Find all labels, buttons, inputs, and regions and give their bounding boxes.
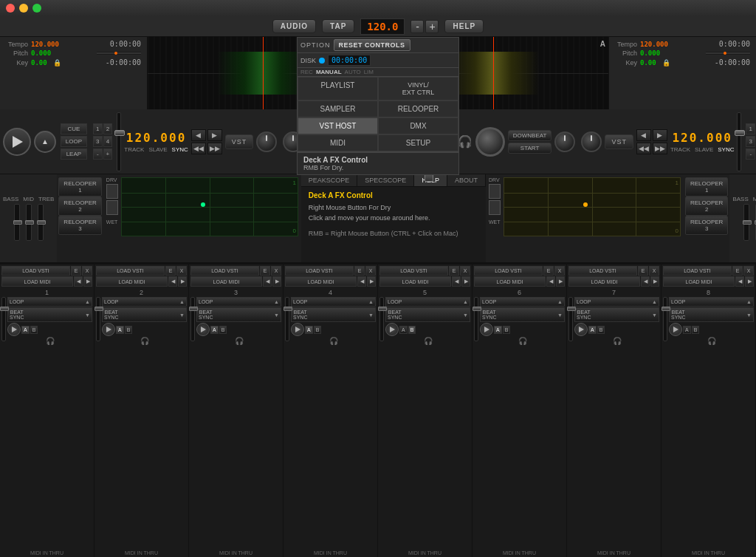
- num-minus-right[interactable]: -: [746, 148, 755, 160]
- nav-prev2-left[interactable]: ◀◀: [191, 143, 206, 154]
- num-plus-left[interactable]: +: [103, 148, 113, 160]
- ch-play-8[interactable]: [669, 323, 682, 336]
- num-1-right[interactable]: 1: [746, 123, 755, 134]
- tab-peakscope[interactable]: PEAKSCOPE: [301, 174, 358, 186]
- load-vsti-5[interactable]: LOAD VSTI: [379, 266, 448, 276]
- nav-prev-right[interactable]: ◀: [636, 129, 651, 141]
- auto-label[interactable]: AUTO: [345, 69, 361, 75]
- eject-button-left[interactable]: ▲: [34, 131, 56, 153]
- ch-play-4[interactable]: [291, 323, 304, 336]
- eq-treb-fader-left[interactable]: [38, 204, 44, 241]
- track-label-right[interactable]: TRACK: [670, 146, 690, 153]
- num-3-left[interactable]: 3: [93, 136, 103, 147]
- load-vsti-4[interactable]: LOAD VSTI: [285, 266, 354, 276]
- eq-bass-fader-right[interactable]: [743, 204, 749, 241]
- ch-fader-2[interactable]: [96, 297, 100, 341]
- ch-b-btn-5[interactable]: B: [408, 326, 416, 334]
- relooper-3-left[interactable]: RELOOPER 3: [58, 216, 101, 235]
- ch-fader-3[interactable]: [190, 297, 195, 341]
- midi-arrow-right-4[interactable]: ▶: [367, 276, 376, 287]
- relooper-1-right[interactable]: RELOOPER 1: [685, 177, 728, 197]
- midi-arrow-right-1[interactable]: ▶: [83, 276, 92, 287]
- ch-play-7[interactable]: [574, 323, 588, 336]
- beat-sync-btn-8[interactable]: BEATSYNC▼: [669, 307, 754, 322]
- track-label-left[interactable]: TRACK: [124, 146, 144, 153]
- slave-label-left[interactable]: SLAVE: [148, 146, 167, 153]
- ch-play-3[interactable]: [196, 323, 210, 336]
- close-button[interactable]: [6, 4, 15, 13]
- ch-a-btn-4[interactable]: A: [305, 326, 313, 334]
- beat-sync-btn-4[interactable]: BEATSYNC▼: [291, 307, 376, 322]
- menu-vst-host[interactable]: VST HOST: [298, 117, 378, 134]
- ch-b-btn-3[interactable]: B: [219, 326, 227, 334]
- nav-next-left[interactable]: ▶: [207, 129, 222, 141]
- relooper-3-right[interactable]: RELOOPER 3: [685, 216, 728, 235]
- e-btn-3[interactable]: E: [260, 266, 270, 276]
- ch-fader-4[interactable]: [285, 297, 289, 341]
- x-btn-8[interactable]: X: [743, 266, 754, 276]
- load-vsti-6[interactable]: LOAD VSTI: [474, 266, 543, 276]
- e-btn-4[interactable]: E: [354, 266, 365, 276]
- maximize-button[interactable]: [32, 4, 41, 13]
- midi-arrow-right-6[interactable]: ▶: [556, 276, 565, 287]
- midi-arrow-right-5[interactable]: ▶: [461, 276, 470, 287]
- ch-a-btn-3[interactable]: A: [210, 326, 219, 334]
- x-btn-1[interactable]: X: [82, 266, 92, 276]
- ch-fader-5[interactable]: [379, 297, 384, 341]
- ch-a-btn-1[interactable]: A: [21, 326, 30, 334]
- midi-arrow-right-7[interactable]: ▶: [650, 276, 659, 287]
- beat-sync-btn-6[interactable]: BEATSYNC▼: [480, 307, 565, 322]
- midi-arrow-left-7[interactable]: ◀: [641, 276, 650, 287]
- start-button-right[interactable]: START: [508, 143, 552, 154]
- ch-fader-7[interactable]: [568, 297, 573, 341]
- midi-arrow-right-8[interactable]: ▶: [745, 276, 754, 287]
- menu-vinyl-ext[interactable]: VINYL/EXT CTRL: [378, 77, 458, 100]
- ch-b-btn-2[interactable]: B: [125, 326, 133, 334]
- ch-fader-1[interactable]: [1, 297, 6, 341]
- pitch-fader-right[interactable]: [737, 112, 741, 171]
- midi-arrow-left-6[interactable]: ◀: [546, 276, 555, 287]
- ch-headphone-2[interactable]: 🎧: [102, 337, 187, 345]
- beat-sync-btn-5[interactable]: BEATSYNC▼: [385, 307, 470, 322]
- load-vsti-8[interactable]: LOAD VSTI: [663, 266, 732, 276]
- ch-a-btn-6[interactable]: A: [494, 326, 502, 334]
- relooper-2-right[interactable]: RELOOPER 2: [685, 197, 728, 216]
- load-midi-4[interactable]: LOAD MIDI: [285, 276, 357, 287]
- menu-dmx[interactable]: DMX: [378, 117, 458, 134]
- load-midi-8[interactable]: LOAD MIDI: [663, 276, 735, 287]
- e-btn-2[interactable]: E: [165, 266, 176, 276]
- headphone-icon-right[interactable]: 🎧: [458, 134, 472, 148]
- sync-label-left[interactable]: SYNC: [172, 146, 188, 153]
- num-2-left[interactable]: 2: [103, 123, 113, 134]
- knob-1-left[interactable]: [256, 131, 277, 152]
- ch-headphone-4[interactable]: 🎧: [291, 337, 376, 345]
- audio-button[interactable]: AUDIO: [272, 19, 316, 33]
- help-button[interactable]: HELP: [444, 19, 484, 33]
- ch-b-btn-7[interactable]: B: [597, 326, 605, 334]
- xy-scope-left[interactable]: 1 0: [121, 177, 298, 236]
- loop-btn-3[interactable]: LOOP▲: [196, 297, 281, 307]
- load-midi-2[interactable]: LOAD MIDI: [96, 276, 168, 287]
- load-midi-6[interactable]: LOAD MIDI: [474, 276, 546, 287]
- x-btn-7[interactable]: X: [649, 266, 659, 276]
- cue-button-left[interactable]: CUE: [61, 123, 87, 134]
- menu-sampler[interactable]: SAMPLER: [298, 100, 378, 117]
- ch-play-5[interactable]: [385, 323, 399, 336]
- manual-label[interactable]: MANUAL: [316, 69, 342, 75]
- e-btn-1[interactable]: E: [71, 266, 81, 276]
- num-3-right[interactable]: 3: [746, 136, 755, 147]
- ch-fader-8[interactable]: [663, 297, 667, 341]
- midi-arrow-left-3[interactable]: ◀: [263, 276, 272, 287]
- x-btn-2[interactable]: X: [176, 266, 187, 276]
- midi-arrow-right-2[interactable]: ▶: [178, 276, 187, 287]
- loop-btn-5[interactable]: LOOP▲: [385, 297, 470, 307]
- e-btn-5[interactable]: E: [449, 266, 459, 276]
- e-btn-7[interactable]: E: [638, 266, 648, 276]
- ch-headphone-7[interactable]: 🎧: [574, 337, 659, 345]
- eq-mid-fader-left[interactable]: [26, 204, 32, 241]
- nav-prev-left[interactable]: ◀: [191, 129, 206, 141]
- nav-prev2-right[interactable]: ◀◀: [636, 143, 651, 154]
- ch-play-1[interactable]: [7, 323, 21, 336]
- ch-headphone-8[interactable]: 🎧: [669, 337, 754, 345]
- pitch-fader-left[interactable]: [117, 112, 121, 171]
